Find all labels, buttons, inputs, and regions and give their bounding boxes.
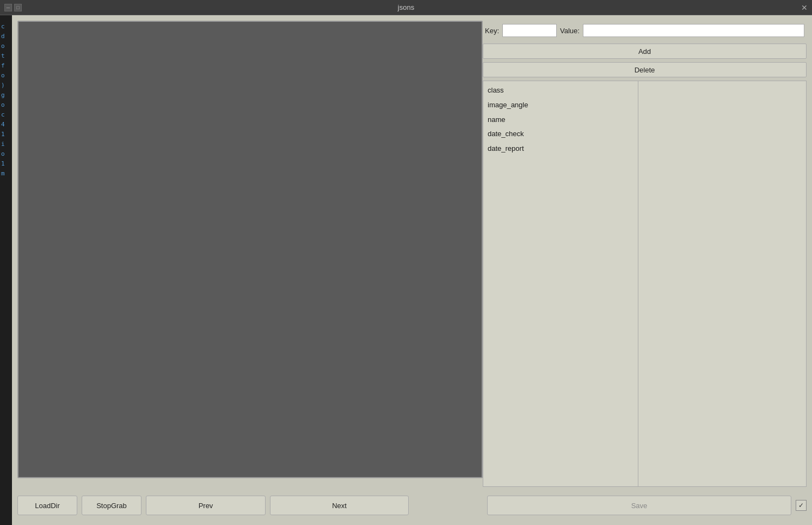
keys-list-panel: classimage_anglenamedate_checkdate_repor…	[483, 81, 807, 487]
value-input[interactable]	[583, 24, 804, 37]
value-label: Value:	[560, 27, 580, 35]
loaddir-button[interactable]: LoadDir	[17, 496, 77, 515]
values-panel	[638, 81, 806, 486]
save-button[interactable]: Save	[487, 496, 791, 515]
list-item[interactable]: date_report	[483, 142, 638, 156]
main-content: Key: Value: Add Delete classimage_anglen…	[12, 15, 812, 525]
keys-list: classimage_anglenamedate_checkdate_repor…	[483, 81, 638, 486]
list-item[interactable]: name	[483, 113, 638, 127]
stopgrab-button[interactable]: StopGrab	[82, 496, 142, 515]
outer-layout: Key: Value: Add Delete classimage_anglen…	[17, 21, 807, 487]
key-input[interactable]	[502, 24, 557, 37]
maximize-button[interactable]: □	[14, 4, 22, 11]
right-section: Key: Value: Add Delete classimage_anglen…	[483, 21, 807, 487]
bottom-row: LoadDir StopGrab Prev Next Save ✓	[17, 491, 807, 520]
next-button[interactable]: Next	[270, 496, 409, 515]
kv-row: Key: Value:	[483, 21, 807, 40]
left-section	[17, 21, 483, 487]
save-checkbox[interactable]: ✓	[796, 500, 807, 511]
right-bottom-buttons: Save ✓	[487, 496, 807, 515]
add-button[interactable]: Add	[483, 44, 807, 59]
prev-button[interactable]: Prev	[146, 496, 266, 515]
list-item[interactable]: image_angle	[483, 98, 638, 113]
title-bar: ─ □ jsons ✕	[0, 0, 812, 15]
left-bottom-buttons: LoadDir StopGrab Prev Next	[17, 496, 483, 515]
code-background: cdotfo)goc41io1m	[0, 15, 12, 525]
delete-button[interactable]: Delete	[483, 62, 807, 77]
close-button[interactable]: ✕	[801, 3, 808, 12]
minimize-button[interactable]: ─	[4, 4, 12, 11]
image-panel	[17, 21, 483, 478]
key-label: Key:	[485, 27, 499, 35]
list-item[interactable]: class	[483, 83, 638, 98]
checkbox-check-icon: ✓	[798, 502, 804, 509]
window-title: jsons	[398, 3, 414, 11]
code-lines: cdotfo)goc41io1m	[0, 15, 12, 185]
title-bar-controls: ─ □	[4, 4, 22, 11]
list-item[interactable]: date_check	[483, 127, 638, 142]
